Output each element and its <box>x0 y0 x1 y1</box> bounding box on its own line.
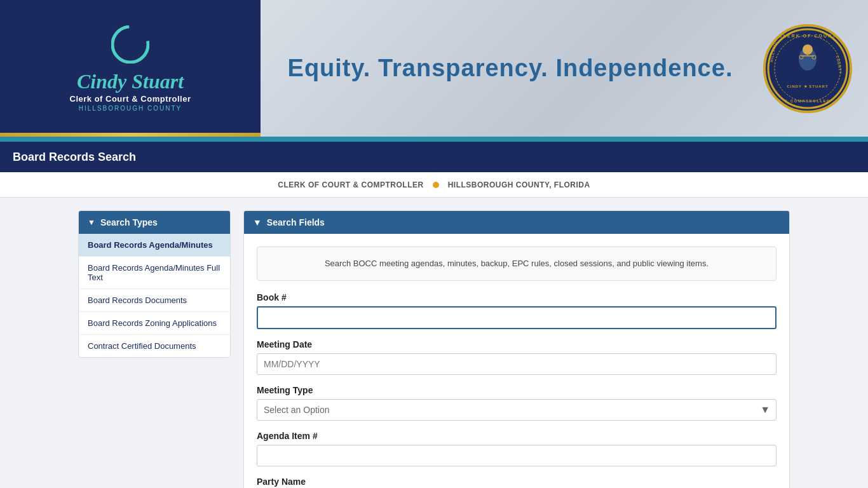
search-fields-body: Search BOCC meeting agendas, minutes, ba… <box>244 234 789 488</box>
nav-title: Board Records Search <box>13 151 136 164</box>
teal-accent-bar <box>0 137 868 142</box>
svg-point-0 <box>112 27 148 62</box>
search-fields-header[interactable]: ▼ Search Fields <box>244 211 789 234</box>
meeting-type-group: Meeting Type Select an Option ▼ <box>257 385 776 421</box>
logo-title: Clerk of Court & Comptroller <box>70 94 191 104</box>
search-type-item-3[interactable]: Board Records Zoning Applications <box>79 312 230 335</box>
search-types-title: Search Types <box>100 217 158 227</box>
party-name-label: Party Name <box>257 477 776 487</box>
breadcrumb-dot <box>433 182 439 188</box>
meeting-type-select-wrapper: Select an Option ▼ <box>257 399 776 421</box>
search-fields-chevron: ▼ <box>253 217 262 227</box>
meeting-type-select[interactable]: Select an Option <box>257 399 776 421</box>
book-number-input[interactable] <box>257 306 776 329</box>
book-number-group: Book # <box>257 292 776 329</box>
meeting-type-label: Meeting Type <box>257 385 776 395</box>
meeting-date-label: Meeting Date <box>257 339 776 349</box>
breadcrumb-bar: CLERK OF COURT & COMPTROLLER HILLSBOROUG… <box>0 172 868 198</box>
tagline-text: Equity. Transparency. Independence. <box>288 55 733 82</box>
header: Cindy Stuart Clerk of Court & Comptrolle… <box>0 0 868 137</box>
search-type-item-4[interactable]: Contract Certified Documents <box>79 335 230 357</box>
logo-county: HILLSBOROUGH COUNTY <box>70 105 191 112</box>
header-tagline: Equity. Transparency. Independence. <box>261 0 760 137</box>
logo-section: Cindy Stuart Clerk of Court & Comptrolle… <box>0 0 261 137</box>
search-types-header[interactable]: ▼ Search Types <box>79 211 230 234</box>
search-types-chevron: ▼ <box>88 218 95 227</box>
nav-bar: Board Records Search <box>0 142 868 172</box>
main-content: ▼ Search Types Board Records Agenda/Minu… <box>53 198 815 488</box>
party-name-group: Party Name <box>257 477 776 489</box>
agenda-item-input[interactable] <box>257 445 776 466</box>
agenda-item-label: Agenda Item # <box>257 431 776 441</box>
search-type-item-1[interactable]: Board Records Agenda/Minutes Full Text <box>79 257 230 289</box>
info-box: Search BOCC meeting agendas, minutes, ba… <box>257 247 776 281</box>
agenda-item-group: Agenda Item # <box>257 431 776 466</box>
logo-name: Cindy Stuart <box>70 71 191 92</box>
search-type-item-2[interactable]: Board Records Documents <box>79 289 230 312</box>
meeting-date-input[interactable] <box>257 353 776 375</box>
svg-text:★  CLERK OF COURT  ★: ★ CLERK OF COURT ★ <box>771 34 844 38</box>
breadcrumb-right: HILLSBOROUGH COUNTY, FLORIDA <box>448 180 590 189</box>
meeting-date-group: Meeting Date <box>257 339 776 375</box>
book-number-label: Book # <box>257 292 776 302</box>
search-fields-panel: ▼ Search Fields Search BOCC meeting agen… <box>243 210 790 488</box>
gold-bar <box>0 133 261 137</box>
logo-c-icon <box>111 25 149 64</box>
clerk-seal: ★ CLERK OF COURT ★ & COMPTROLLER HILLSBO… <box>763 24 852 113</box>
seal-svg: ★ CLERK OF COURT ★ & COMPTROLLER HILLSBO… <box>766 27 849 110</box>
svg-text:CINDY  ★  STUART: CINDY ★ STUART <box>787 85 828 88</box>
search-types-panel: ▼ Search Types Board Records Agenda/Minu… <box>78 210 231 358</box>
search-type-item-0[interactable]: Board Records Agenda/Minutes <box>79 234 230 257</box>
breadcrumb-left: CLERK OF COURT & COMPTROLLER <box>278 180 423 189</box>
seal-section: ★ CLERK OF COURT ★ & COMPTROLLER HILLSBO… <box>760 0 868 137</box>
info-text: Search BOCC meeting agendas, minutes, ba… <box>325 259 709 268</box>
svg-text:& COMPTROLLER: & COMPTROLLER <box>785 99 831 103</box>
search-fields-title: Search Fields <box>267 217 325 227</box>
